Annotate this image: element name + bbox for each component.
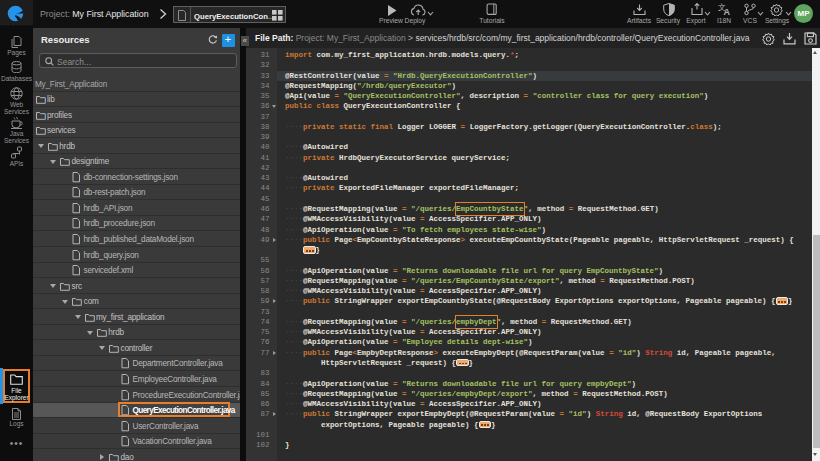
svg-text:A: A	[724, 7, 731, 16]
